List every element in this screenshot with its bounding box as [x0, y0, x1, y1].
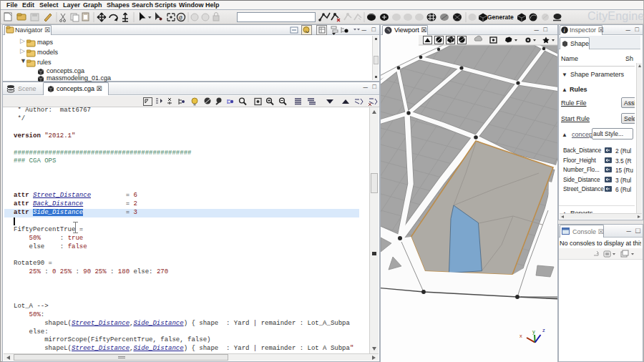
svg-text:2 (Rul: 2 (Rul [615, 147, 631, 155]
svg-text:y: y [532, 328, 535, 335]
svg-text:z: z [542, 327, 545, 333]
svg-text:6 (Rul: 6 (Rul [615, 186, 631, 193]
svg-text:3 (Rul: 3 (Rul [615, 177, 631, 184]
svg-text:15 (Ru: 15 (Ru [615, 167, 633, 174]
svg-text:x: x [519, 333, 522, 339]
svg-text:@: @ [179, 14, 182, 21]
svg-text:Generate: Generate [487, 14, 514, 21]
svg-text:3.5 (R: 3.5 (R [615, 157, 632, 165]
svg-text:i: i [564, 27, 565, 34]
